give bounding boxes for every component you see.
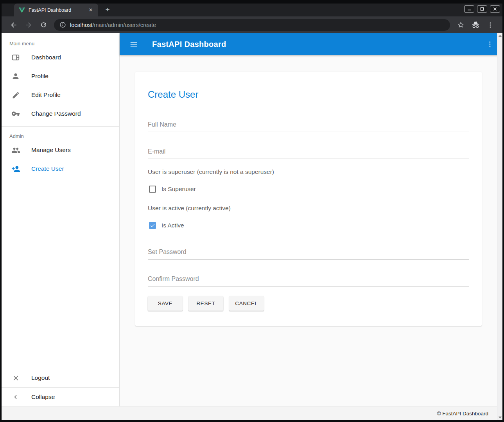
sidebar-divider <box>2 126 119 127</box>
cancel-button[interactable]: CANCEL <box>229 296 264 311</box>
page: Main menu Dashboard Profile <box>2 33 502 420</box>
new-tab-button[interactable]: + <box>102 5 113 16</box>
is-superuser-label: Is Superuser <box>161 186 196 193</box>
content-area: Create User Full Name E-mail User is sup… <box>120 55 502 406</box>
reset-button[interactable]: RESET <box>188 296 223 311</box>
create-user-card: Create User Full Name E-mail User is sup… <box>135 72 482 326</box>
group-icon <box>11 145 20 155</box>
sidebar-item-profile[interactable]: Profile <box>2 67 119 86</box>
dashboard-icon <box>11 53 20 62</box>
sidebar-item-logout[interactable]: Logout <box>2 368 119 387</box>
hamburger-menu-icon[interactable] <box>128 39 139 50</box>
sidebar-section-admin: Admin <box>2 130 119 141</box>
superuser-hint: User is superuser (currently is not a su… <box>148 168 469 175</box>
checkmark-icon <box>150 223 155 228</box>
chevron-left-icon <box>11 392 20 402</box>
is-active-checkbox[interactable] <box>149 222 156 229</box>
sidebar-item-label: Profile <box>31 73 48 80</box>
appbar-kebab-menu-icon[interactable] <box>484 39 495 50</box>
forward-icon[interactable] <box>24 20 33 30</box>
sidebar-item-label: Collapse <box>31 393 55 401</box>
tab-strip: FastAPI Dashboard ✕ + <box>2 4 502 16</box>
appbar: FastAPI Dashboard <box>120 33 502 55</box>
sidebar-item-collapse[interactable]: Collapse <box>2 388 119 406</box>
person-icon <box>11 72 20 81</box>
sidebar-item-label: Edit Profile <box>31 91 61 98</box>
full-name-field[interactable]: Full Name <box>148 121 469 132</box>
key-icon <box>11 109 20 118</box>
is-active-checkbox-row[interactable]: Is Active <box>148 222 469 229</box>
set-password-field[interactable]: Set Password <box>148 249 469 259</box>
pencil-icon <box>11 90 20 100</box>
sidebar-item-label: Create User <box>31 165 64 172</box>
url-host: localhost <box>70 22 92 28</box>
browser-menu-icon[interactable] <box>486 20 495 30</box>
field-underline <box>148 259 469 259</box>
page-scrollbar[interactable] <box>497 33 502 420</box>
url-text: localhost/main/admin/users/create <box>70 22 156 28</box>
incognito-icon <box>471 20 480 30</box>
window-titlebar <box>2 0 502 4</box>
footer-copyright: © FastAPI Dashboard <box>437 411 488 417</box>
sidebar-item-create-user[interactable]: Create User <box>2 159 119 178</box>
field-underline <box>148 286 469 286</box>
is-active-label: Is Active <box>161 222 184 229</box>
sidebar-item-label: Logout <box>31 374 50 381</box>
main-content: FastAPI Dashboard Create User Full Name <box>120 33 502 406</box>
reload-icon[interactable] <box>39 20 48 30</box>
active-hint: User is active (currently active) <box>148 205 469 212</box>
maximize-button[interactable] <box>477 5 487 13</box>
person-add-icon <box>11 164 20 173</box>
page-footer: © FastAPI Dashboard <box>2 406 502 420</box>
form-buttons: SAVE RESET CANCEL <box>148 296 469 311</box>
page-title: Create User <box>148 89 469 100</box>
confirm-password-label: Confirm Password <box>148 275 469 283</box>
sidebar-section-main-menu: Main menu <box>2 33 119 48</box>
site-info-icon[interactable] <box>59 21 66 28</box>
save-button[interactable]: SAVE <box>148 296 183 311</box>
scroll-down-arrow-icon[interactable] <box>499 417 502 418</box>
sidebar-item-edit-profile[interactable]: Edit Profile <box>2 86 119 104</box>
set-password-label: Set Password <box>148 249 469 256</box>
sidebar-item-change-password[interactable]: Change Password <box>2 104 119 123</box>
email-field[interactable]: E-mail <box>148 148 469 159</box>
field-underline <box>148 159 469 159</box>
sidebar-item-label: Change Password <box>31 110 81 117</box>
sidebar-item-label: Manage Users <box>31 147 71 154</box>
window-controls <box>464 5 500 13</box>
confirm-password-field[interactable]: Confirm Password <box>148 275 469 286</box>
sidebar: Main menu Dashboard Profile <box>2 33 120 406</box>
is-superuser-checkbox[interactable] <box>149 186 156 193</box>
bookmark-star-icon[interactable] <box>456 20 465 30</box>
tab-title: FastAPI Dashboard <box>29 7 87 13</box>
browser-tab[interactable]: FastAPI Dashboard ✕ <box>14 4 98 16</box>
back-icon[interactable] <box>9 20 18 30</box>
minimize-button[interactable] <box>464 5 474 13</box>
address-bar[interactable]: localhost/main/admin/users/create <box>54 19 450 31</box>
tab-close-icon[interactable]: ✕ <box>87 7 94 14</box>
is-superuser-checkbox-row[interactable]: Is Superuser <box>148 186 469 193</box>
sidebar-item-manage-users[interactable]: Manage Users <box>2 141 119 159</box>
close-window-button[interactable] <box>490 5 500 13</box>
field-underline <box>148 132 469 132</box>
url-path: /main/admin/users/create <box>92 22 156 28</box>
sidebar-item-label: Dashboard <box>31 54 61 61</box>
browser-window: FastAPI Dashboard ✕ + <box>0 0 504 422</box>
sidebar-item-dashboard[interactable]: Dashboard <box>2 48 119 67</box>
browser-toolbar: localhost/main/admin/users/create <box>2 16 502 33</box>
full-name-label: Full Name <box>148 121 469 128</box>
vue-favicon-icon <box>19 7 25 13</box>
close-icon <box>11 373 20 383</box>
appbar-title: FastAPI Dashboard <box>152 40 484 49</box>
scroll-up-arrow-icon[interactable] <box>499 35 502 37</box>
email-label: E-mail <box>148 148 469 155</box>
sidebar-spacer <box>2 178 119 368</box>
